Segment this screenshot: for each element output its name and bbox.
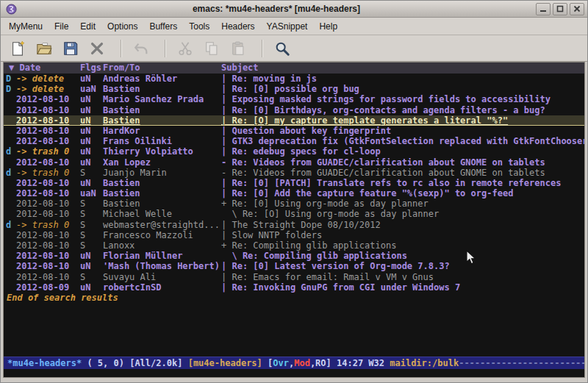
- mark-cell: [6, 157, 16, 168]
- flags-cell: uN: [80, 94, 103, 104]
- from-cell: Florian Müllner: [103, 251, 221, 261]
- minibuffer[interactable]: [4, 369, 584, 377]
- close-x-button[interactable]: [86, 37, 108, 60]
- message-list: D-> deleteuNAndreas Röhler| Re: moving i…: [4, 74, 584, 293]
- date-cell: 2012-08-10: [16, 261, 80, 271]
- toolbar-separator: [262, 40, 263, 57]
- message-row[interactable]: D-> deleteuNAndreas Röhler| Re: moving i…: [4, 74, 584, 84]
- mark-cell: [6, 115, 16, 126]
- date-cell: -> delete: [16, 84, 80, 94]
- mark-cell: [6, 272, 16, 282]
- menu-options[interactable]: Options: [101, 19, 143, 34]
- buffer-empty-area: [4, 303, 584, 357]
- maximize-button[interactable]: [553, 3, 567, 15]
- date-cell: -> trash 0: [16, 168, 80, 178]
- column-header-date: ▼ Date: [9, 62, 80, 74]
- subject-cell: | Re: [0] Latest version of Org-mode 7.8…: [221, 261, 584, 271]
- cut-scissors-button: [174, 37, 196, 60]
- message-row[interactable]: d-> trash 0uNThierry Volpiatto| Re: edeb…: [4, 146, 584, 157]
- menu-yasnippet[interactable]: YASnippet: [261, 19, 314, 34]
- date-cell: 2012-08-10: [16, 178, 80, 188]
- flags-cell: uN: [80, 74, 103, 84]
- message-row[interactable]: 2012-08-10SFrancesco Mazzoli| Slow NNTP …: [4, 230, 584, 240]
- flags-cell: uaN: [80, 84, 103, 94]
- from-cell: Suvayu Ali: [103, 272, 221, 282]
- date-cell: 2012-08-10: [16, 209, 80, 219]
- toolbar-separator: [121, 40, 122, 57]
- message-row[interactable]: 2012-08-10SLanoxx+ Re: Compiling glib ap…: [4, 240, 584, 251]
- menu-buffers[interactable]: Buffers: [143, 19, 183, 34]
- from-cell: Andreas Röhler: [103, 74, 221, 84]
- search-magnifier-button[interactable]: [271, 37, 293, 60]
- message-row[interactable]: 2012-08-10SBastien+ Re: [0] Using org-mo…: [4, 198, 584, 209]
- from-cell: HardKor: [103, 126, 221, 136]
- message-row[interactable]: 2012-08-10uaNBastien| Re: [0] Add the ca…: [4, 188, 584, 198]
- menu-headers[interactable]: Headers: [215, 19, 260, 34]
- open-folder-icon: [36, 40, 52, 57]
- message-row[interactable]: 2012-08-10uNHardKor| Question about key …: [4, 126, 584, 136]
- save-floppy-button[interactable]: [60, 37, 82, 60]
- message-row[interactable]: 2012-08-10SSuvayu Ali| Re: Emacs for ema…: [4, 272, 584, 282]
- subject-cell: | Re: Emacs for email: Rmail v VM v Gnus: [221, 272, 584, 282]
- maximize-icon: [556, 5, 564, 12]
- editor-frame: ▼ Date Flgs From/To Subject D-> deleteuN…: [1, 62, 587, 378]
- flags-cell: uN: [80, 146, 103, 157]
- menu-tools[interactable]: Tools: [183, 19, 215, 34]
- date-cell: 2012-08-10: [16, 240, 80, 251]
- modeline-segment-ovr: Ovr: [273, 358, 289, 368]
- message-row[interactable]: 2012-08-10uNXan Lopez- Re: Videos from G…: [4, 157, 584, 168]
- message-row[interactable]: 2012-08-09uNrobertcInSD| Re: Invoking Gn…: [4, 282, 584, 293]
- menu-mymenu[interactable]: MyMenu: [3, 19, 49, 34]
- flags-cell: S: [80, 198, 103, 209]
- mark-cell: [6, 136, 16, 146]
- message-row[interactable]: 2012-08-10uNBastien| Re: [0] Birthdays, …: [4, 105, 584, 115]
- message-row[interactable]: 2012-08-10SMichael Welle \ Re: [O] Using…: [4, 209, 584, 219]
- copy-pages-icon: [204, 40, 220, 57]
- window-bottom-border: [1, 378, 587, 382]
- minimize-icon: [539, 5, 547, 12]
- message-row[interactable]: 2012-08-10uNBastien| Re: [O] my capture …: [4, 115, 584, 126]
- subject-cell: | The Straight Dope 08/10/2012: [221, 220, 584, 230]
- search-magnifier-icon: [274, 40, 290, 57]
- mark-cell: D: [6, 84, 16, 94]
- menu-help[interactable]: Help: [313, 19, 343, 34]
- message-row[interactable]: 2012-08-10uNMario Sanchez Prada| Exposin…: [4, 94, 584, 104]
- new-file-button[interactable]: [7, 37, 29, 60]
- from-cell: Bastien: [103, 188, 221, 198]
- modeline[interactable]: *mu4e-headers* ( 5, 0) [All/2.0k] [mu4e-…: [4, 357, 584, 369]
- from-cell: Bastien: [103, 84, 221, 94]
- from-cell: Mario Sanchez Prada: [103, 94, 221, 104]
- subject-cell: | Re: [O] my capture template generates …: [221, 115, 584, 126]
- toolbar: [1, 35, 587, 62]
- subject-cell: | Re: [0] Birthdays, org-contacts and ag…: [221, 105, 584, 115]
- from-cell: Frans Oilinki: [103, 136, 221, 146]
- date-cell: 2012-08-10: [16, 188, 80, 198]
- date-cell: -> trash 0: [16, 220, 80, 230]
- mark-cell: [6, 240, 16, 251]
- flags-cell: uN: [80, 251, 103, 261]
- date-cell: -> delete: [16, 74, 80, 84]
- mu4e-headers-buffer: ▼ Date Flgs From/To Subject D-> deleteuN…: [3, 62, 585, 378]
- message-row[interactable]: D-> deleteuaNBastien| Re: [0] possible o…: [4, 84, 584, 94]
- modeline-segment-plain: ( 5, 0) [All/2.0k]: [87, 358, 187, 368]
- menu-edit[interactable]: Edit: [74, 19, 101, 34]
- date-cell: 2012-08-10: [16, 115, 80, 126]
- menu-file[interactable]: File: [49, 19, 74, 34]
- close-button[interactable]: [570, 3, 584, 15]
- paste-clipboard-button: [227, 37, 249, 60]
- message-row[interactable]: 2012-08-10uNFrans Oilinki| GTK3 deprecat…: [4, 136, 584, 146]
- message-row[interactable]: 2012-08-10uN'Mash (Thomas Herbert)| Re: …: [4, 261, 584, 271]
- message-row[interactable]: d-> trash 0SJuanjo Marin- Re: Videos fro…: [4, 168, 584, 178]
- flags-cell: S: [80, 220, 103, 230]
- open-folder-button[interactable]: [33, 37, 55, 60]
- message-row[interactable]: d-> trash 0Swebmaster@straightd...| The …: [4, 220, 584, 230]
- subject-cell: | Re: [0] possible org bug: [221, 84, 584, 94]
- message-row[interactable]: 2012-08-10uNFlorian Müllner \ Re: Compil…: [4, 251, 584, 261]
- date-cell: 2012-08-10: [16, 105, 80, 115]
- date-cell: 2012-08-10: [16, 136, 80, 146]
- message-row[interactable]: 2012-08-10uNBastien| Re: [0] [PATCH] Tra…: [4, 178, 584, 188]
- mark-cell: [6, 251, 16, 261]
- minimize-button[interactable]: [536, 3, 551, 15]
- titlebar[interactable]: emacs: *mu4e-headers* [mu4e-headers]: [1, 1, 587, 18]
- date-cell: 2012-08-10: [16, 198, 80, 209]
